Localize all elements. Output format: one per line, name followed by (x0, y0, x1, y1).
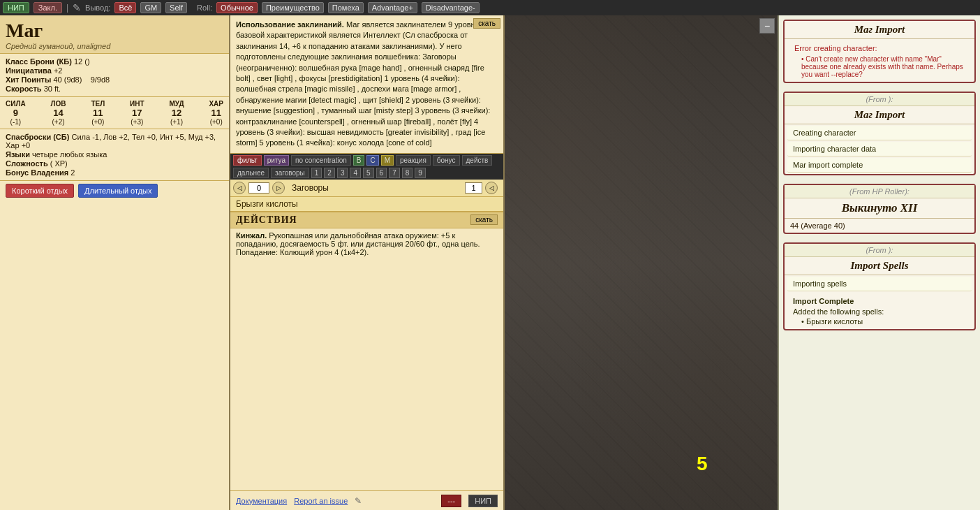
nip-bottom-button[interactable]: НИП (468, 495, 498, 507)
import-section-4-title: Import Spells (851, 260, 909, 271)
speed-label: Скорость (6, 85, 42, 93)
bonus-filter[interactable]: бонус (433, 155, 460, 166)
ability-муд[interactable]: МУД12(+1) (169, 100, 184, 126)
num1-filter[interactable]: 1 (311, 168, 322, 178)
long-rest-button[interactable]: Длительный отдых (78, 184, 158, 198)
import-log-importing-spells: Importing spells (787, 277, 972, 291)
import-log-creating: Creating character (787, 126, 972, 140)
output-gm-button[interactable]: GM (140, 2, 161, 13)
nip-button[interactable]: НИП (3, 2, 29, 13)
roll-normal-button[interactable]: Обычное (216, 2, 258, 13)
actions-section-header: ДЕЙСТВИЯ скать (230, 212, 503, 228)
import-from-2-text: (From ): (866, 95, 893, 103)
red-button[interactable]: --- (441, 495, 461, 507)
initiative-stat: Инициатива +2 (6, 66, 223, 75)
num9-filter[interactable]: 9 (415, 168, 426, 178)
num6-filter[interactable]: 6 (376, 168, 387, 178)
ability-тел[interactable]: ТЕЛ11(+0) (91, 100, 105, 126)
board-scroll-button[interactable]: − (759, 18, 775, 34)
spell-desc-text: Маг является заклинателем 9 уровня. Его … (236, 20, 496, 147)
output-self-button[interactable]: Self (165, 2, 187, 13)
spell-row[interactable]: Брызги кислоты (230, 197, 503, 212)
num3-filter[interactable]: 3 (337, 168, 348, 178)
import-section-2-header: Маг Import (785, 106, 974, 124)
slot-max-input[interactable] (465, 182, 482, 194)
spells-filter[interactable]: заговоры (271, 168, 309, 178)
character-sheet: Shaped 5E v19.3.0 Маг Средний гуманоид, … (0, 15, 230, 510)
hp-label: Хит Поинты (6, 75, 51, 84)
ability-инт[interactable]: ИНТ17(+3) (130, 100, 144, 126)
roll-disadvantage-button[interactable]: Помеха (328, 2, 364, 13)
num8-filter[interactable]: 8 (402, 168, 413, 178)
import-from-4: (From ): (785, 244, 974, 257)
num5-filter[interactable]: 5 (363, 168, 374, 178)
ability-лов[interactable]: ЛОВ14(+2) (51, 100, 66, 126)
char-stats: Класс Брони (КБ) 12 () Инициатива +2 Хит… (0, 54, 229, 97)
slot-right-decrement[interactable]: ◁ (485, 182, 498, 194)
num2-filter[interactable]: 2 (324, 168, 335, 178)
import-complete-header: Import Complete (790, 296, 969, 307)
ability-хар[interactable]: ХАР11(+0) (209, 100, 223, 126)
ac-label: Класс Брони (КБ) (6, 57, 72, 66)
import-section-1: Маг Import Error creating character: • C… (783, 20, 976, 83)
hp-roll-value: 44 (Average 40) (790, 221, 845, 230)
range-filter[interactable]: дальнее (233, 168, 269, 178)
speed-stat: Скорость 30 ft. (6, 85, 223, 93)
import-added-text: Added the following spells: (790, 307, 969, 316)
import-section-2-title: Маг Import (854, 109, 905, 120)
output-all-button[interactable]: Всё (114, 2, 136, 13)
char-name: Маг (6, 20, 223, 42)
action-filter[interactable]: действ (462, 155, 493, 166)
short-rest-button[interactable]: Короткий отдых (6, 184, 74, 198)
roll-advantage-button[interactable]: Преимущество (262, 2, 324, 13)
import-panel: Маг Import Error creating character: • C… (778, 15, 980, 510)
import-from-3: (From HP Roller): (785, 185, 974, 198)
action-dagger: Кинжал. Рукопашная или дальнобойная атак… (230, 228, 503, 259)
filter-bar: фильт ритуа по concentration В С М реакц… (230, 154, 503, 180)
m-filter[interactable]: М (381, 155, 394, 166)
languages-label: Языки (6, 150, 30, 159)
b-filter[interactable]: В (353, 155, 365, 166)
ac-value: 12 () (74, 57, 90, 66)
hp-stat: Хит Поинты 40 (9d8) 9/9d8 (6, 75, 223, 84)
num4-filter[interactable]: 4 (350, 168, 361, 178)
docs-link[interactable]: Документация (236, 497, 287, 505)
import-section-4: (From ): Import Spells Importing spells … (783, 242, 976, 330)
separator: | (66, 3, 68, 13)
top-bar: НИП Закл. | ✎ Вывод: Всё GM Self Roll: О… (0, 0, 980, 15)
ritual-filter[interactable]: ритуа (264, 155, 289, 166)
initiative-label: Инициатива (6, 66, 52, 75)
ability-сила[interactable]: СИЛА9(-1) (6, 100, 26, 126)
actions-collapse-button[interactable]: скать (470, 214, 498, 225)
num7-filter[interactable]: 7 (389, 168, 400, 178)
slot-decrement[interactable]: ◁ (233, 182, 246, 194)
roll-advantage-plus-button[interactable]: Advantage+ (368, 2, 417, 13)
import-from-2: (From ): (785, 93, 974, 106)
proficiency-label: Бонус Владения (6, 168, 68, 177)
error-bullet: • Can't create new character with name "… (790, 54, 969, 79)
action-name: Кинжал. (236, 231, 267, 240)
edit-icon-bottom[interactable]: ✎ (355, 496, 362, 506)
c-filter[interactable]: С (366, 155, 378, 166)
import-section-3: (From HP Roller): Выкинуто XII 44 (Avera… (783, 184, 976, 234)
roll-disadvantage-neg-button[interactable]: Disadvantage- (422, 2, 480, 13)
filter-button[interactable]: фильт (233, 155, 262, 166)
report-link[interactable]: Report an issue (294, 497, 348, 505)
error-header: Error creating character: (790, 42, 969, 54)
import-section-4-header: Import Spells (785, 257, 974, 275)
import-section-1-header: Маг Import (785, 21, 974, 39)
actions-title: ДЕЙСТВИЯ (236, 214, 297, 226)
import-from-4-text: (From ): (866, 246, 893, 254)
slot-increment[interactable]: ▷ (272, 182, 285, 194)
concentration-filter[interactable]: по concentration (291, 155, 351, 166)
slot-count-input[interactable] (248, 182, 269, 194)
board-number: 5 (697, 453, 708, 475)
spell-panel: скать Использование заклинаний. Маг явля… (230, 15, 505, 510)
reaction-filter[interactable]: реакция (396, 155, 431, 166)
cantrips-label: Заговоры (288, 183, 462, 193)
edit-icon[interactable]: ✎ (73, 2, 81, 13)
spell-button[interactable]: Закл. (34, 2, 62, 13)
char-skills: Спасброски (СБ) Сила -1, Лов +2, Тел +0,… (0, 129, 229, 181)
collapse-desc-button[interactable]: скать (473, 18, 500, 29)
import-section-2: (From ): Маг Import Creating character I… (783, 92, 976, 175)
